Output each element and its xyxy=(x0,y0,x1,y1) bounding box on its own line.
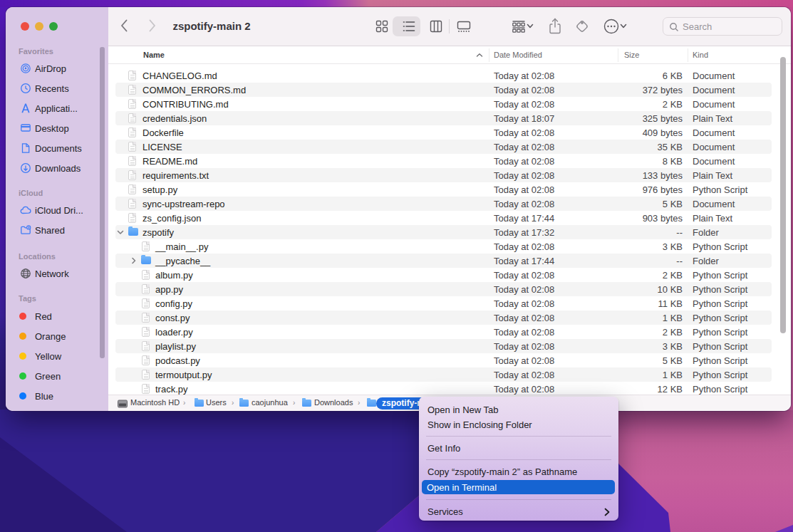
svg-text:9: 9 xyxy=(28,226,30,229)
